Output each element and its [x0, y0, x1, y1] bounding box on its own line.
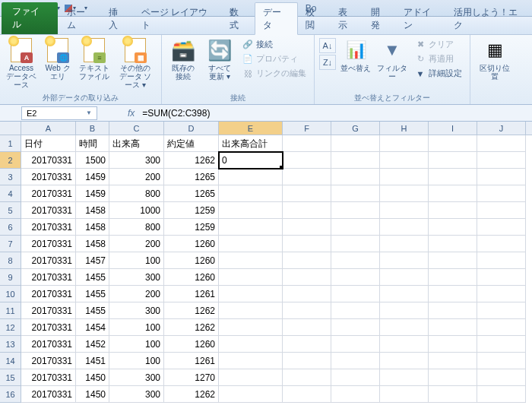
cell[interactable]: 日付	[21, 135, 76, 152]
cell[interactable]: 1262	[164, 152, 219, 169]
cell[interactable]	[219, 185, 283, 202]
cell[interactable]: 1259	[164, 202, 219, 219]
cell[interactable]	[380, 302, 429, 319]
cell[interactable]	[219, 319, 283, 336]
row-header[interactable]: 8	[0, 252, 21, 269]
cell[interactable]: 1459	[76, 169, 109, 185]
cell[interactable]: 1450	[76, 369, 109, 386]
cell[interactable]	[380, 202, 429, 219]
cell[interactable]: 出来高合計	[219, 135, 283, 152]
cell[interactable]	[219, 336, 283, 353]
cell[interactable]	[331, 219, 380, 236]
cell[interactable]: 200	[109, 286, 164, 302]
formula-input[interactable]	[139, 106, 532, 120]
cell[interactable]: 20170331	[21, 369, 76, 386]
edit-links-button[interactable]: ⛓リンクの編集	[239, 67, 309, 80]
cell[interactable]: 100	[109, 353, 164, 369]
cell[interactable]	[380, 185, 429, 202]
cell[interactable]: 1261	[164, 353, 219, 369]
tab-5[interactable]: 校閲	[298, 3, 331, 34]
cell[interactable]: 1450	[76, 386, 109, 403]
cell[interactable]: 1262	[164, 319, 219, 336]
cell[interactable]: 20170331	[21, 336, 76, 353]
fx-icon[interactable]: fx	[128, 108, 135, 119]
cell[interactable]: 1260	[164, 252, 219, 269]
row-header[interactable]: 16	[0, 386, 21, 403]
cell[interactable]	[380, 169, 429, 185]
cell[interactable]	[429, 236, 477, 252]
cell[interactable]	[380, 269, 429, 286]
cell[interactable]	[219, 302, 283, 319]
cell[interactable]: 100	[109, 336, 164, 353]
cell[interactable]	[477, 202, 526, 219]
sort-asc-button[interactable]: A↓	[319, 38, 336, 53]
cell[interactable]	[380, 369, 429, 386]
cell[interactable]	[380, 152, 429, 169]
tab-7[interactable]: 開発	[363, 3, 396, 34]
cell[interactable]	[283, 286, 331, 302]
cell[interactable]	[429, 353, 477, 369]
cell[interactable]	[477, 135, 526, 152]
cell[interactable]	[429, 202, 477, 219]
advanced-filter-button[interactable]: ▼詳細設定	[412, 67, 465, 80]
cell[interactable]	[283, 252, 331, 269]
properties-button[interactable]: 📄プロパティ	[239, 52, 309, 65]
column-headers[interactable]: ABCDEFGHIJ	[21, 122, 532, 135]
row-header[interactable]: 5	[0, 202, 21, 219]
cell[interactable]	[331, 336, 380, 353]
cell[interactable]: 1262	[164, 386, 219, 403]
cell[interactable]: 20170331	[21, 185, 76, 202]
cell[interactable]: 800	[109, 219, 164, 236]
cell[interactable]: 1457	[76, 252, 109, 269]
cell[interactable]	[477, 319, 526, 336]
cell[interactable]	[429, 135, 477, 152]
cell[interactable]: 1454	[76, 319, 109, 336]
cell[interactable]: 0	[219, 152, 283, 169]
cell[interactable]: 20170331	[21, 252, 76, 269]
reapply-button[interactable]: ↻再適用	[412, 52, 465, 65]
cell[interactable]	[429, 336, 477, 353]
cell[interactable]	[429, 185, 477, 202]
cell[interactable]	[283, 302, 331, 319]
cell[interactable]	[331, 369, 380, 386]
col-header-D[interactable]: D	[164, 122, 219, 135]
cell[interactable]	[429, 369, 477, 386]
cell[interactable]	[380, 353, 429, 369]
cell[interactable]	[477, 252, 526, 269]
row-header[interactable]: 9	[0, 269, 21, 286]
cell[interactable]: 1000	[109, 202, 164, 219]
row-header[interactable]: 11	[0, 302, 21, 319]
sort-desc-button[interactable]: Z↓	[319, 55, 336, 70]
cell[interactable]	[331, 353, 380, 369]
cell[interactable]: 1270	[164, 369, 219, 386]
col-header-A[interactable]: A	[21, 122, 76, 135]
cell[interactable]	[429, 269, 477, 286]
cell[interactable]	[219, 386, 283, 403]
cell[interactable]: 約定値	[164, 135, 219, 152]
cell[interactable]	[477, 336, 526, 353]
cell[interactable]: 1455	[76, 269, 109, 286]
cell[interactable]: 1452	[76, 336, 109, 353]
row-header[interactable]: 4	[0, 185, 21, 202]
cell[interactable]: 1451	[76, 353, 109, 369]
tab-file[interactable]: ファイル	[2, 2, 58, 34]
cell[interactable]: 出来高	[109, 135, 164, 152]
cell[interactable]: 100	[109, 252, 164, 269]
text-to-columns-button[interactable]: ▦ 区切り位置	[475, 36, 515, 82]
cell[interactable]	[331, 202, 380, 219]
cell[interactable]: 20170331	[21, 219, 76, 236]
col-header-H[interactable]: H	[380, 122, 429, 135]
cell[interactable]	[477, 353, 526, 369]
cell[interactable]	[380, 386, 429, 403]
cell[interactable]: 1458	[76, 236, 109, 252]
cell[interactable]	[283, 353, 331, 369]
cell[interactable]	[477, 286, 526, 302]
cell[interactable]: 300	[109, 152, 164, 169]
cell[interactable]	[283, 236, 331, 252]
cell[interactable]	[477, 302, 526, 319]
cell[interactable]	[477, 269, 526, 286]
col-header-I[interactable]: I	[429, 122, 477, 135]
cell[interactable]: 300	[109, 302, 164, 319]
cell[interactable]	[331, 185, 380, 202]
cell[interactable]	[429, 286, 477, 302]
